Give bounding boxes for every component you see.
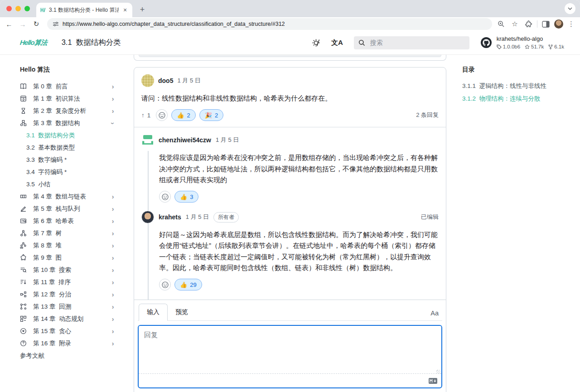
- repo-name[interactable]: krahets/hello-algo: [497, 34, 564, 44]
- chevron-right-icon[interactable]: ›: [111, 218, 115, 225]
- reply-input-box: [138, 325, 442, 388]
- tree-icon: [20, 230, 27, 237]
- resize-handle[interactable]: [436, 370, 440, 374]
- edited-label: 已编辑: [421, 213, 439, 221]
- address-bar[interactable]: https://www.hello-algo.com/chapter_data_…: [47, 18, 492, 30]
- sidebar-item-chapter-8[interactable]: 第 8 章 堆 ›: [20, 239, 115, 252]
- browser-tab[interactable]: 3.1 数据结构分类 - Hello 算法 ×: [36, 3, 132, 17]
- reload-button[interactable]: ↻: [31, 20, 42, 28]
- upvote-button[interactable]: ↑ 1: [141, 112, 150, 119]
- add-reaction-button[interactable]: [159, 279, 171, 290]
- add-reaction-button[interactable]: [159, 191, 171, 203]
- sidebar-item-chapter-16[interactable]: 第 16 章 附录 ›: [20, 337, 115, 349]
- tab-write[interactable]: 输入: [139, 304, 168, 321]
- sidebar-item-3-2[interactable]: 3.2 基本数据类型: [26, 141, 115, 154]
- forward-button[interactable]: →: [17, 20, 28, 28]
- reply-author[interactable]: chenzhiwei54czw: [159, 136, 211, 144]
- sidebar-item-chapter-2[interactable]: 第 2 章 复杂度分析 ›: [20, 105, 115, 117]
- sidebar-item-chapter-14[interactable]: 第 14 章 动态规划 ›: [20, 313, 115, 325]
- thumbs-up-icon: 👍: [180, 281, 187, 288]
- site-logo[interactable]: Hello算法: [19, 39, 48, 47]
- sidebar-item-3-4[interactable]: 3.4 字符编码 *: [26, 166, 115, 178]
- sidebar-item-chapter-3[interactable]: 第 3 章 数据结构 ›: [20, 117, 115, 129]
- chevron-right-icon[interactable]: ›: [111, 95, 115, 102]
- sidebar-item-3-1[interactable]: 3.1 数据结构分类: [26, 129, 115, 141]
- sidebar-item-chapter-5[interactable]: 第 5 章 栈与队列 ›: [20, 203, 115, 215]
- sidebar-item-chapter-15[interactable]: 第 15 章 贪心 ›: [20, 325, 115, 337]
- zoom-window-button[interactable]: [24, 6, 30, 11]
- chevron-right-icon[interactable]: ›: [111, 315, 115, 323]
- close-window-button[interactable]: [6, 6, 12, 11]
- add-reaction-button[interactable]: [156, 109, 168, 121]
- chevron-right-icon[interactable]: ›: [111, 242, 115, 249]
- sidebar-item-3-5[interactable]: 3.5 小结: [26, 178, 115, 190]
- chevron-down-icon[interactable]: ›: [109, 121, 116, 126]
- reaction-party[interactable]: 🎉 2: [199, 109, 223, 121]
- side-panel-icon[interactable]: [542, 21, 550, 28]
- hourglass-icon: [20, 107, 27, 115]
- chevron-right-icon[interactable]: ›: [111, 193, 115, 200]
- chevron-right-icon[interactable]: ›: [111, 279, 115, 286]
- comment-date[interactable]: 1 月 5 日: [177, 77, 200, 85]
- search-input[interactable]: [369, 39, 451, 47]
- chevron-right-icon[interactable]: ›: [111, 205, 115, 213]
- sidebar-item-chapter-0[interactable]: 第 0 章 前言 ›: [20, 80, 115, 92]
- tab-preview[interactable]: 预览: [168, 304, 196, 320]
- chevron-right-icon[interactable]: ›: [111, 303, 115, 310]
- chevron-right-icon[interactable]: ›: [111, 254, 115, 261]
- reply-date[interactable]: 1 月 5 日: [186, 213, 209, 221]
- theme-toggle-icon[interactable]: [312, 39, 320, 47]
- reply-date[interactable]: 1 月 5 日: [216, 136, 239, 144]
- toc-item-3-1-1[interactable]: 3.1.1 逻辑结构：线性与非线性: [462, 80, 580, 92]
- chevron-right-icon[interactable]: ›: [111, 340, 115, 347]
- sidebar-item-chapter-11[interactable]: 第 11 章 排序 ›: [20, 276, 115, 288]
- reaction-thumbs-up[interactable]: 👍 2: [171, 109, 195, 121]
- favicon: [40, 7, 46, 13]
- comment-author[interactable]: doo5: [158, 77, 173, 84]
- chevron-right-icon[interactable]: ›: [111, 291, 115, 298]
- sidebar-item-references[interactable]: 参考文献: [20, 349, 115, 362]
- zoom-icon[interactable]: [498, 20, 505, 28]
- tab-search-button[interactable]: [565, 3, 575, 14]
- chevron-right-icon[interactable]: ›: [111, 107, 115, 115]
- back-button[interactable]: ←: [4, 20, 14, 28]
- fork-icon: [548, 44, 553, 49]
- github-repo-link[interactable]: krahets/hello-algo 1.0.0b6 51.7k 6.1k: [480, 34, 564, 51]
- url-text[interactable]: https://www.hello-algo.com/chapter_data_…: [63, 21, 285, 27]
- editor-tabs: 输入 预览 Aa: [138, 304, 442, 321]
- sidebar-item-chapter-6[interactable]: 第 6 章 哈希表 ›: [20, 215, 115, 227]
- reply-textarea[interactable]: [139, 326, 441, 374]
- new-tab-button[interactable]: +: [137, 5, 148, 15]
- minimize-window-button[interactable]: [15, 6, 21, 11]
- text-format-icon[interactable]: Aa: [430, 310, 442, 320]
- chevron-right-icon[interactable]: ›: [111, 83, 115, 90]
- question-circle-icon: [20, 340, 27, 347]
- avatar[interactable]: [141, 211, 154, 223]
- sidebar-item-chapter-1[interactable]: 第 1 章 初识算法 ›: [20, 92, 115, 105]
- browser-menu-icon[interactable]: ⋮: [568, 20, 575, 28]
- avatar[interactable]: [141, 134, 154, 146]
- chevron-right-icon[interactable]: ›: [111, 266, 115, 274]
- extensions-icon[interactable]: [525, 20, 532, 28]
- sidebar-item-3-3[interactable]: 3.3 数字编码 *: [26, 154, 115, 166]
- sidebar-item-chapter-7[interactable]: 第 7 章 树 ›: [20, 227, 115, 239]
- reply-author[interactable]: krahets: [159, 213, 181, 221]
- chevron-right-icon[interactable]: ›: [111, 230, 115, 237]
- tab-close-icon[interactable]: ×: [121, 6, 129, 14]
- sidebar-item-chapter-10[interactable]: 第 10 章 搜索 ›: [20, 264, 115, 276]
- profile-avatar[interactable]: [554, 19, 563, 29]
- reaction-thumbs-up[interactable]: 👍 3: [174, 191, 198, 203]
- sidebar-item-chapter-9[interactable]: 第 9 章 图 ›: [20, 252, 115, 264]
- language-switch-icon[interactable]: 文A: [331, 39, 343, 47]
- reaction-thumbs-up[interactable]: 👍 29: [174, 279, 202, 290]
- sidebar-item-chapter-4[interactable]: 第 4 章 数组与链表 ›: [20, 190, 115, 203]
- site-settings-icon[interactable]: [53, 21, 59, 27]
- chevron-right-icon[interactable]: ›: [111, 328, 115, 335]
- sidebar-item-chapter-12[interactable]: 第 12 章 分治 ›: [20, 288, 115, 300]
- bookmark-star-icon[interactable]: ☆: [509, 20, 520, 28]
- chapter-3-subsections: 3.1 数据结构分类 3.2 基本数据类型 3.3 数字编码 * 3.4 字符编…: [20, 129, 134, 190]
- avatar[interactable]: [141, 74, 154, 87]
- toc-item-3-1-2[interactable]: 3.1.2 物理结构：连续与分散: [462, 92, 580, 105]
- search-box[interactable]: [354, 36, 469, 49]
- sidebar-item-chapter-13[interactable]: 第 13 章 回溯 ›: [20, 300, 115, 313]
